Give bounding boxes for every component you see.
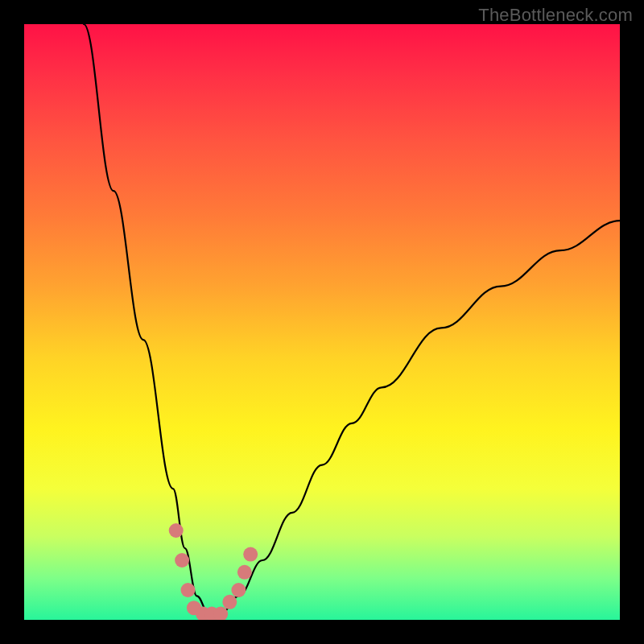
marker-dot: [231, 583, 246, 597]
marker-dot: [169, 523, 184, 538]
marker-dot: [181, 583, 196, 597]
bottleneck-curve-path: [84, 24, 620, 614]
marker-dot: [222, 595, 237, 609]
chart-frame: TheBottleneck.com: [0, 0, 644, 644]
plot-area: [24, 24, 620, 620]
marker-dot: [175, 553, 189, 568]
curve-layer: [24, 24, 620, 620]
marker-dot: [243, 547, 258, 562]
watermark-text: TheBottleneck.com: [478, 5, 633, 26]
marker-dot: [237, 565, 252, 580]
